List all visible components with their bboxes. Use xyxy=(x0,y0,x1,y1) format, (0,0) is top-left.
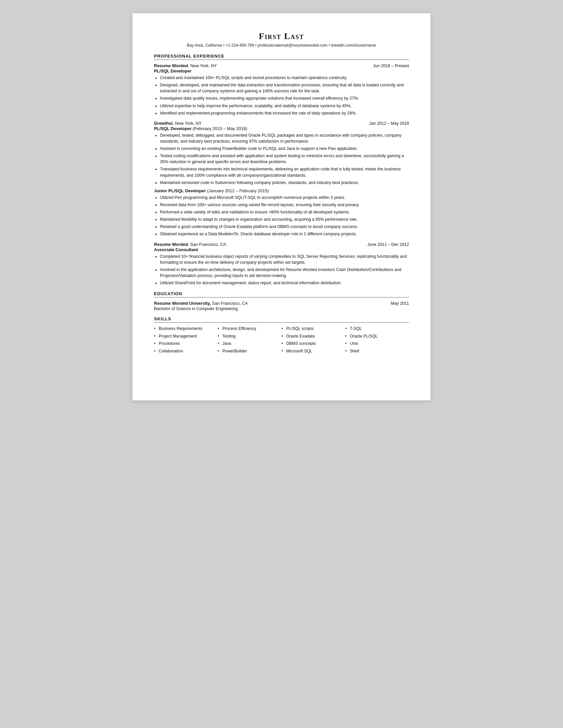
skills-grid: Business Requirements Project Management… xyxy=(154,326,409,356)
bullet: Developed, tested, debugged, and documen… xyxy=(160,132,409,144)
edu-degree: Bachelor of Science in Computer Engineer… xyxy=(154,306,409,311)
skill-item: Testing xyxy=(218,334,278,340)
job-header-1: Resume Worded, New York, NY Jun 2018 – P… xyxy=(154,63,409,68)
skill-item: PL/SQL scripts xyxy=(282,326,342,332)
bullet: Utilized expertise to help improve the p… xyxy=(160,103,409,109)
job-bullets-1: Created and maintained 100+ PL/SQL scrip… xyxy=(160,75,409,116)
bullet: Investigated data quality issues, implem… xyxy=(160,95,409,101)
skill-item: T-SQL xyxy=(346,326,406,332)
skill-item: Process Efficiency xyxy=(218,326,278,332)
job-block-3: Resume Worded, San Francisco, CA June 20… xyxy=(154,242,409,286)
skill-item: PowerBuilder xyxy=(218,348,278,354)
bullet: Created and maintained 100+ PL/SQL scrip… xyxy=(160,75,409,81)
skills-col-1: Business Requirements Project Management… xyxy=(154,326,218,356)
resume-page: First Last Bay Area, California • +1-234… xyxy=(132,13,431,400)
bullet: Completed 10+ financial business object … xyxy=(160,253,409,265)
education-section: Education Resume Worded University, San … xyxy=(154,291,409,311)
bullet: Involved in the application architecture… xyxy=(160,267,409,279)
skill-item: Project Management xyxy=(154,334,214,340)
subjob-block-1: Junior PL/SQL Developer (January 2012 – … xyxy=(154,188,409,237)
job-bullets-2: Developed, tested, debugged, and documen… xyxy=(160,132,409,186)
subjob-title-1: Junior PL/SQL Developer (January 2012 – … xyxy=(154,188,409,193)
bullet: Designed, developed, and maintained the … xyxy=(160,82,409,94)
bullet: Performed a wide variety of edits and va… xyxy=(160,209,409,215)
bullet: Received data from 100+ various sources … xyxy=(160,202,409,208)
skill-item: Oracle Exadata xyxy=(282,334,342,340)
job-block-2: Growthsi, New York, NY Jan 2012 – May 20… xyxy=(154,121,409,237)
skills-section: Skills Business Requirements Project Man… xyxy=(154,316,409,356)
skill-item: Collaboration xyxy=(154,348,214,354)
job-title-1: PL/SQL Developer xyxy=(154,68,409,73)
contact-info: Bay Area, California • +1-234-456-789 • … xyxy=(154,43,409,48)
skill-item: Unix xyxy=(346,341,406,347)
job-title-2: PL/SQL Developer (February 2015 – May 20… xyxy=(154,126,409,131)
bullet: Maintained flexibility to adapt to chang… xyxy=(160,216,409,222)
skills-col-2: Process Efficiency Testing Java PowerBui… xyxy=(218,326,282,356)
bullet: Translated business requirements into te… xyxy=(160,166,409,178)
bullet: Obtained experience as a Data Modeler/Sr… xyxy=(160,231,409,237)
skill-item: Procedures xyxy=(154,341,214,347)
experience-title: Professional Experience xyxy=(154,54,409,60)
experience-section: Professional Experience Resume Worded, N… xyxy=(154,54,409,286)
subjob-bullets-1: Utilized Perl programming and Microsoft … xyxy=(160,195,409,237)
education-row: Resume Worded University, San Francisco,… xyxy=(154,301,409,306)
bullet: Identified and implemented programming e… xyxy=(160,110,409,116)
edu-date: May 2011 xyxy=(391,301,409,306)
bullet: Retained a good understanding of Oracle … xyxy=(160,224,409,230)
skills-col-3: PL/SQL scripts Oracle Exadata DBMS conce… xyxy=(282,326,346,356)
bullet: Assisted in converting an existing Power… xyxy=(160,146,409,152)
bullet: Utilized Perl programming and Microsoft … xyxy=(160,195,409,201)
job-company-2: Growthsi, New York, NY xyxy=(154,121,202,126)
skills-title: Skills xyxy=(154,316,409,323)
job-date-1: Jun 2018 – Present xyxy=(373,64,409,68)
edu-school: Resume Worded University, San Francisco,… xyxy=(154,301,248,306)
job-date-3: June 2011 – Dec 2012 xyxy=(367,242,409,247)
bullet: Utilized SharePoint for document managem… xyxy=(160,280,409,286)
job-header-2: Growthsi, New York, NY Jan 2012 – May 20… xyxy=(154,121,409,126)
job-date-2: Jan 2012 – May 2018 xyxy=(369,121,409,126)
job-company-3: Resume Worded, San Francisco, CA xyxy=(154,242,226,247)
education-title: Education xyxy=(154,291,409,297)
bullet: Maintained versioned code in Subversion … xyxy=(160,180,409,186)
skill-item: Java xyxy=(218,341,278,347)
job-title-3: Associate Consultant xyxy=(154,247,409,252)
candidate-name: First Last xyxy=(154,31,409,41)
job-bullets-3: Completed 10+ financial business object … xyxy=(160,253,409,286)
skills-col-4: T-SQL Oracle PL/SQL Unix Shell xyxy=(346,326,409,356)
skill-item: Business Requirements xyxy=(154,326,214,332)
bullet: Tested coding modifications and assisted… xyxy=(160,153,409,165)
job-header-3: Resume Worded, San Francisco, CA June 20… xyxy=(154,242,409,247)
skill-item: Microsoft SQL xyxy=(282,348,342,354)
job-block-1: Resume Worded, New York, NY Jun 2018 – P… xyxy=(154,63,409,116)
skill-item: Shell xyxy=(346,348,406,354)
job-company-1: Resume Worded, New York, NY xyxy=(154,63,217,68)
skill-item: Oracle PL/SQL xyxy=(346,334,406,340)
skill-item: DBMS concepts xyxy=(282,341,342,347)
resume-header: First Last Bay Area, California • +1-234… xyxy=(154,31,409,48)
